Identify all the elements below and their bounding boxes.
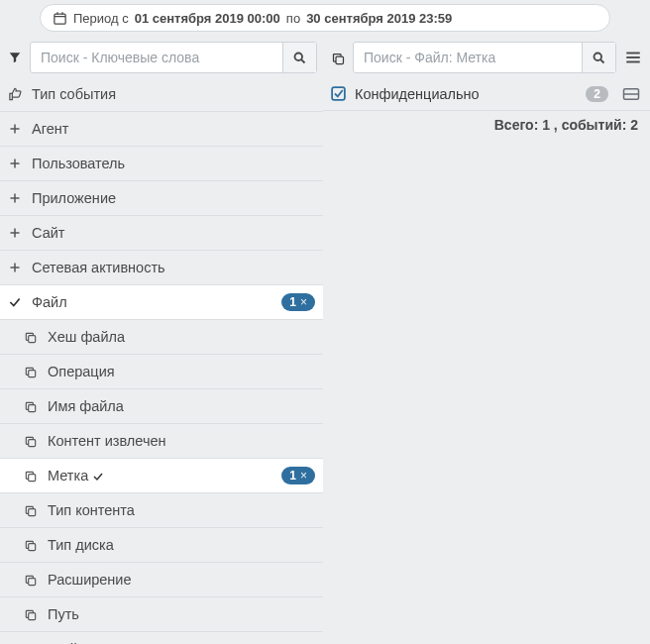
menu-button[interactable] [622, 42, 644, 73]
filter-icon [6, 51, 24, 64]
category-user[interactable]: Пользователь [0, 147, 323, 181]
subcategory-content-extracted[interactable]: Контент извлечен [0, 424, 323, 459]
category-agent[interactable]: Агент [0, 112, 323, 147]
subcategory-operation[interactable]: Операция [0, 355, 323, 389]
category-event-type[interactable]: Тип события [0, 77, 323, 112]
plus-icon [6, 123, 24, 135]
subcategory-content-type[interactable]: Тип контента [0, 493, 323, 528]
subcategory-label: Путь [48, 606, 315, 622]
svg-rect-24 [29, 613, 36, 620]
period-bar[interactable]: Период с 01 сентября 2019 00:00 по 30 се… [40, 4, 610, 32]
filter-badge[interactable]: 1× [281, 467, 315, 484]
copy-icon [329, 52, 347, 66]
copy-icon [22, 539, 40, 553]
svg-rect-19 [29, 440, 36, 447]
plus-icon [6, 158, 24, 169]
svg-rect-22 [29, 544, 36, 551]
subcategory-label: Контент извлечен [48, 433, 315, 449]
subcategory-path[interactable]: Путь [0, 597, 323, 632]
svg-rect-33 [332, 87, 345, 100]
svg-line-29 [600, 59, 603, 62]
checkbox-checked-icon[interactable] [329, 85, 347, 103]
copy-icon [22, 470, 40, 483]
copy-icon [22, 608, 40, 622]
subcategory-disk-type[interactable]: Тип диска [0, 528, 323, 563]
svg-line-5 [301, 59, 304, 62]
svg-point-4 [295, 53, 303, 60]
result-label: Конфиденциально [355, 86, 578, 102]
svg-rect-0 [54, 14, 65, 24]
period-mid: по [286, 11, 300, 26]
copy-icon [22, 435, 40, 449]
svg-rect-23 [29, 579, 36, 586]
svg-rect-21 [29, 509, 36, 516]
category-file[interactable]: Файл 1× [0, 285, 323, 320]
category-device[interactable]: Устройство [0, 632, 323, 644]
copy-icon [22, 366, 40, 379]
right-search[interactable] [353, 42, 616, 73]
svg-rect-18 [29, 405, 36, 412]
subcategory-label: Расширение [48, 572, 315, 588]
calendar-icon [53, 11, 67, 26]
result-row[interactable]: Конфиденциально 2 [323, 77, 650, 111]
thumbs-up-icon [6, 87, 24, 102]
svg-rect-17 [29, 371, 36, 377]
right-search-button[interactable] [582, 43, 615, 72]
subcategory-filename[interactable]: Имя файла [0, 389, 323, 424]
svg-rect-27 [336, 56, 344, 64]
copy-icon [22, 331, 40, 345]
check-icon [92, 471, 104, 483]
totals-text: Всего: 1 , событий: 2 [323, 111, 650, 139]
subcategory-label: Тип диска [48, 537, 315, 553]
left-search-input[interactable] [31, 50, 282, 65]
copy-icon [22, 400, 40, 414]
svg-rect-20 [29, 475, 36, 482]
category-label: Пользователь [32, 156, 315, 171]
badge-clear-icon[interactable]: × [300, 295, 307, 309]
period-to: 30 сентября 2019 23:59 [306, 11, 452, 26]
plus-icon [6, 192, 24, 204]
plus-icon [6, 227, 24, 239]
period-prefix: Период с [73, 11, 129, 26]
category-label: Тип события [32, 86, 315, 102]
filter-badge[interactable]: 1× [281, 293, 315, 311]
category-label: Агент [32, 121, 315, 137]
category-app[interactable]: Приложение [0, 181, 323, 216]
subcategory-label: Хеш файла [48, 329, 315, 345]
subcategory-extension[interactable]: Расширение [0, 563, 323, 597]
period-from: 01 сентября 2019 00:00 [135, 11, 280, 26]
category-list: Тип события Агент Пользователь Приложени… [0, 77, 323, 644]
plus-icon [6, 262, 24, 273]
copy-icon [22, 574, 40, 588]
subcategory-hash[interactable]: Хеш файла [0, 320, 323, 355]
svg-rect-16 [29, 336, 36, 343]
subcategory-label: Метка [48, 468, 273, 483]
category-site[interactable]: Сайт [0, 216, 323, 251]
left-search[interactable] [30, 42, 317, 73]
right-search-input[interactable] [354, 50, 582, 65]
category-label: Сетевая активность [32, 260, 315, 275]
category-label: Сайт [32, 225, 315, 241]
copy-icon [22, 504, 40, 518]
svg-point-28 [595, 53, 602, 60]
list-view-button[interactable] [620, 84, 642, 104]
left-search-button[interactable] [282, 43, 316, 72]
category-label: Файл [32, 294, 273, 310]
subcategory-label: Тип контента [48, 502, 315, 518]
result-count-badge: 2 [586, 86, 608, 102]
subcategory-label: Операция [48, 364, 315, 379]
category-label: Приложение [32, 190, 315, 206]
subcategory-label-tag[interactable]: Метка 1× [0, 459, 323, 493]
check-icon [6, 295, 24, 309]
subcategory-label: Имя файла [48, 398, 315, 414]
category-network[interactable]: Сетевая активность [0, 251, 323, 285]
badge-clear-icon[interactable]: × [300, 469, 307, 483]
